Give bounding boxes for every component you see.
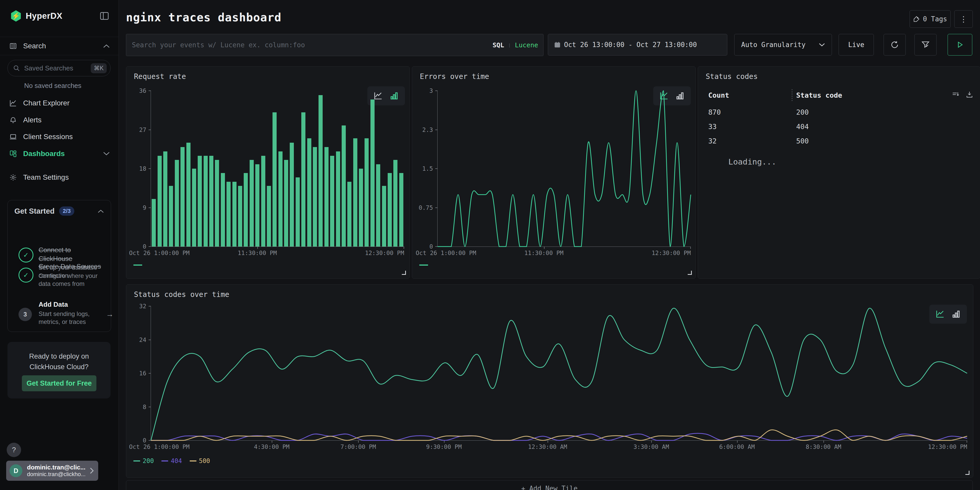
bar[interactable] [198, 156, 202, 247]
table-cell[interactable]: 404 [796, 123, 809, 130]
bar[interactable] [296, 177, 300, 247]
table-cell[interactable]: 200 [796, 108, 809, 116]
bar[interactable] [376, 164, 380, 247]
bar[interactable] [209, 156, 213, 247]
user-menu[interactable]: D dominic.tran@clic... dominic.tran@clic… [6, 461, 98, 481]
filter-icon [921, 40, 930, 49]
bar[interactable] [221, 173, 225, 247]
bar[interactable] [272, 112, 277, 247]
bar[interactable] [175, 160, 179, 247]
table-cell[interactable]: 32 [708, 137, 717, 145]
series-200[interactable] [151, 308, 967, 441]
bar[interactable] [371, 100, 375, 247]
bar[interactable] [215, 160, 219, 247]
help-button[interactable]: ? [7, 443, 21, 457]
bar[interactable] [267, 186, 271, 247]
bar[interactable] [347, 182, 352, 247]
refresh-button[interactable] [884, 34, 906, 56]
get-started-free-button[interactable]: Get Started for Free [22, 375, 96, 391]
bar[interactable] [353, 138, 357, 247]
bar[interactable] [399, 173, 403, 247]
bar[interactable] [301, 112, 305, 247]
bar[interactable] [393, 160, 398, 247]
legend-item-404[interactable]: 404 [161, 457, 182, 465]
bar[interactable] [278, 151, 283, 247]
legend-item-500[interactable]: 500 [190, 457, 210, 465]
sidebar-item-search[interactable]: Search [0, 37, 119, 55]
sql-toggle[interactable]: SQL [493, 41, 504, 49]
event-search-input[interactable] [126, 41, 493, 49]
live-button[interactable]: Live [838, 34, 874, 56]
sidebar-collapse-icon[interactable] [99, 11, 110, 21]
bar[interactable] [204, 156, 208, 247]
bar[interactable] [244, 173, 248, 247]
lucene-toggle[interactable]: Lucene [515, 41, 538, 49]
bar[interactable] [163, 151, 167, 247]
legend-item-200[interactable]: 200 [134, 457, 154, 465]
time-range-picker[interactable]: Oct 26 13:00:00 - Oct 27 13:00:00 [548, 34, 727, 56]
table-cell[interactable]: 870 [708, 108, 721, 116]
bar[interactable] [330, 156, 334, 247]
bar[interactable] [180, 147, 185, 247]
bar[interactable] [313, 147, 317, 247]
saved-searches-input[interactable]: ⌘K [8, 60, 111, 76]
table-cell[interactable]: 500 [796, 137, 809, 145]
bar[interactable] [250, 160, 254, 247]
legend-label: 404 [171, 457, 182, 465]
download-icon[interactable] [966, 91, 973, 99]
bar[interactable] [290, 143, 294, 247]
column-header-count[interactable]: Count [708, 91, 729, 99]
bar[interactable] [325, 147, 329, 247]
bar[interactable] [169, 186, 173, 247]
sidebar-item-label: Chart Explorer [23, 99, 70, 107]
bar[interactable] [336, 151, 340, 247]
bar[interactable] [238, 186, 242, 247]
legend-dash[interactable] [134, 264, 142, 266]
bar[interactable] [192, 169, 196, 247]
kebab-menu-button[interactable]: ⋮ [954, 10, 973, 28]
column-separator[interactable] [792, 89, 792, 101]
bar[interactable] [364, 138, 369, 247]
series-errors[interactable] [438, 91, 691, 247]
tags-button[interactable]: 0 Tags [910, 10, 951, 28]
saved-searches-field[interactable] [24, 64, 86, 73]
chevron-down-icon[interactable] [103, 152, 110, 156]
bar[interactable] [382, 186, 386, 247]
bar[interactable] [186, 143, 191, 247]
event-search-bar[interactable]: SQL | Lucene [126, 34, 544, 56]
resize-handle[interactable] [965, 471, 969, 475]
bar[interactable] [255, 164, 259, 247]
bar[interactable] [284, 160, 288, 247]
sidebar-item-dashboards[interactable]: Dashboards [0, 145, 119, 163]
resize-handle[interactable] [402, 271, 406, 275]
chevron-up-icon[interactable] [98, 209, 104, 213]
table-rows-icon[interactable] [952, 91, 959, 99]
bar[interactable] [152, 199, 156, 247]
bar[interactable] [388, 173, 392, 247]
series-404[interactable] [151, 433, 967, 441]
y-tick-mark [149, 340, 151, 340]
sidebar-item-client-sessions[interactable]: Client Sessions [0, 128, 119, 146]
bar[interactable] [261, 156, 265, 247]
bar[interactable] [232, 182, 237, 247]
chevron-up-icon[interactable] [103, 44, 110, 48]
sidebar-item-alerts[interactable]: Alerts [0, 111, 119, 129]
column-header-status-code[interactable]: Status code [796, 91, 842, 99]
brand[interactable]: ⚡ HyperDX [10, 10, 62, 22]
resize-handle[interactable] [688, 271, 692, 275]
sidebar-item-chart-explorer[interactable]: Chart Explorer [0, 94, 119, 112]
table-cell[interactable]: 33 [708, 123, 717, 130]
arrow-right-icon[interactable]: → [106, 310, 114, 318]
bar[interactable] [158, 156, 162, 247]
legend-dash[interactable] [419, 264, 428, 266]
bar[interactable] [359, 169, 363, 247]
bar[interactable] [307, 138, 311, 247]
add-new-tile-button[interactable]: + Add New Tile [126, 480, 973, 490]
bar[interactable] [342, 126, 346, 247]
granularity-select[interactable]: Auto Granularity [734, 34, 832, 56]
filter-button[interactable] [915, 34, 937, 56]
bar[interactable] [226, 182, 231, 247]
run-query-button[interactable] [948, 34, 972, 56]
sidebar-item-team-settings[interactable]: Team Settings [0, 169, 119, 186]
bar[interactable] [318, 95, 323, 247]
